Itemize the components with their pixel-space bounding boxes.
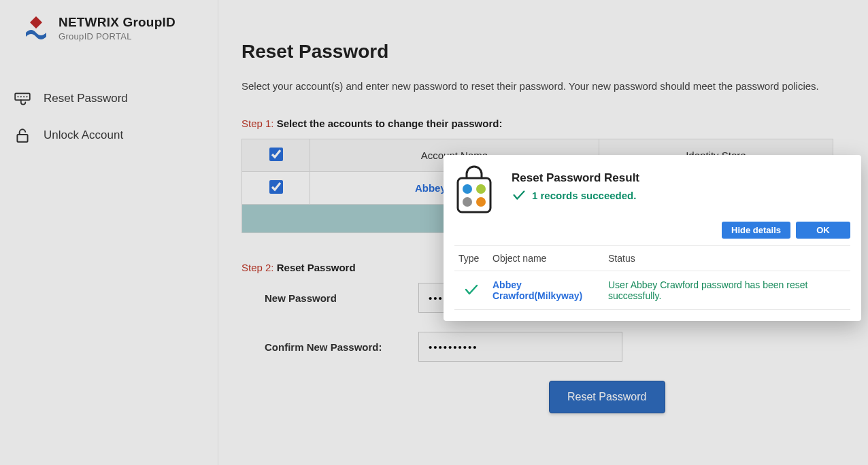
result-details-table: Type Object name Status Abbey Crawford(M…	[454, 245, 850, 310]
row-status: User Abbey Crawford password has been re…	[604, 271, 850, 310]
modal-success-text: 1 records succeeded.	[532, 190, 636, 201]
lock-colors-icon	[454, 165, 494, 215]
col-object-name: Object name	[488, 246, 604, 271]
svg-point-11	[476, 197, 486, 207]
check-icon	[463, 281, 480, 298]
hide-details-button[interactable]: Hide details	[722, 222, 790, 239]
ok-button[interactable]: OK	[796, 222, 850, 239]
svg-point-8	[463, 184, 472, 194]
row-object-name[interactable]: Abbey Crawford(Milkyway)	[488, 271, 604, 310]
table-row: Abbey Crawford(Milkyway) User Abbey Craw…	[454, 271, 850, 310]
check-icon	[512, 188, 527, 203]
col-type: Type	[454, 246, 488, 271]
modal-success-summary: 1 records succeeded.	[512, 188, 639, 203]
modal-title: Reset Password Result	[512, 171, 639, 185]
col-status: Status	[604, 246, 850, 271]
svg-point-10	[463, 197, 472, 207]
reset-password-result-modal: Reset Password Result 1 records succeede…	[444, 155, 861, 321]
svg-rect-7	[458, 178, 490, 212]
svg-point-9	[476, 184, 486, 194]
